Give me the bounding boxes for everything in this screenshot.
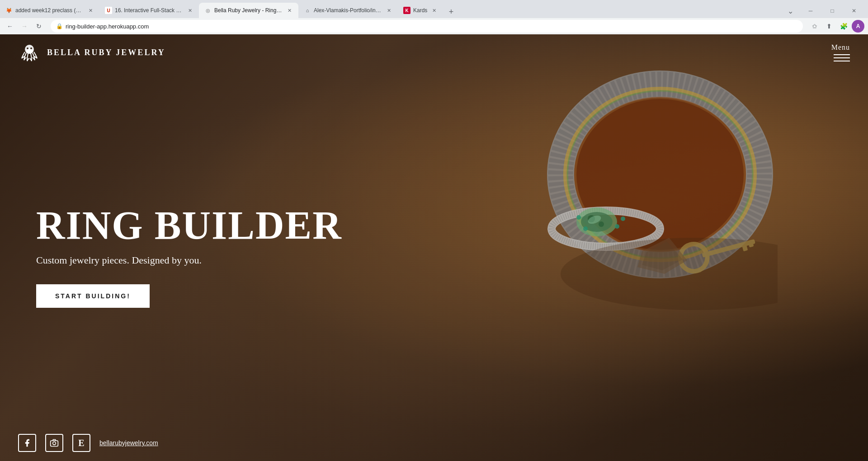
tab-5-close[interactable]: ✕ — [430, 7, 438, 14]
tab-1[interactable]: 🦊 added week12 preclass (6b364d... ✕ — [0, 3, 99, 18]
svg-point-26 — [27, 47, 28, 49]
menu-line-1 — [834, 54, 850, 55]
tab-4-favicon: ⌂ — [304, 7, 311, 14]
hamburger-icon — [834, 54, 850, 61]
tab-4-title: Alex-Vlamakis-Portfolio/index.ht... — [314, 7, 382, 14]
logo-icon — [18, 41, 41, 64]
tab-5[interactable]: K Kards ✕ — [398, 3, 443, 18]
logo-text: BELLA RUBY JEWELRY — [47, 48, 165, 57]
forward-button[interactable]: → — [18, 20, 31, 33]
tab-2-favicon: U — [105, 7, 112, 14]
screenshot-button[interactable]: ⬆ — [823, 20, 835, 33]
svg-point-14 — [583, 226, 588, 231]
tab-4[interactable]: ⌂ Alex-Vlamakis-Portfolio/index.ht... ✕ — [298, 3, 398, 18]
svg-point-11 — [599, 221, 604, 227]
site-footer: E bellarubyjewelry.com — [18, 434, 158, 452]
tab-3-title: Bella Ruby Jewelry - Ring Builder — [214, 7, 283, 14]
tab-3-close[interactable]: ✕ — [286, 7, 293, 14]
browser-chrome: 🦊 added week12 preclass (6b364d... ✕ U 1… — [0, 0, 868, 34]
new-tab-button[interactable]: + — [445, 5, 458, 18]
menu-button[interactable]: Menu — [831, 43, 850, 61]
back-button[interactable]: ← — [4, 20, 16, 33]
tab-2[interactable]: U 16. Interactive Full-Stack Project ✕ — [99, 3, 199, 18]
website-content: BELLA RUBY JEWELRY Menu RING BUILDER Cus… — [0, 34, 868, 461]
etsy-icon[interactable]: E — [72, 434, 90, 452]
lock-icon: 🔒 — [56, 23, 63, 29]
menu-line-3 — [834, 61, 850, 61]
tab-1-title: added week12 preclass (6b364d... — [15, 7, 84, 14]
url-text: ring-builder-app.herokuapp.com — [66, 23, 797, 30]
tab-3-favicon: ◎ — [204, 7, 212, 14]
menu-label: Menu — [831, 43, 850, 52]
svg-point-16 — [621, 216, 625, 221]
browser-actions: ✩ ⬆ 🧩 A — [808, 20, 864, 33]
tab-5-title: Kards — [413, 7, 428, 14]
bookmark-button[interactable]: ✩ — [808, 20, 821, 33]
address-bar[interactable]: 🔒 ring-builder-app.herokuapp.com — [51, 20, 803, 33]
reload-button[interactable]: ↻ — [33, 20, 45, 33]
profile-avatar[interactable]: A — [852, 20, 864, 33]
camera-icon[interactable] — [45, 434, 63, 452]
svg-point-15 — [615, 224, 619, 229]
svg-point-29 — [53, 442, 56, 445]
tab-bar: 🦊 added week12 preclass (6b364d... ✕ U 1… — [0, 0, 868, 18]
tab-2-close[interactable]: ✕ — [186, 7, 193, 14]
tab-1-close[interactable]: ✕ — [87, 7, 94, 14]
extensions-button[interactable]: 🧩 — [837, 20, 850, 33]
tab-4-close[interactable]: ✕ — [385, 7, 392, 14]
hero-subtitle: Custom jewelry pieces. Designed by you. — [36, 254, 342, 266]
tabs-dropdown-button[interactable]: ⌄ — [781, 4, 799, 18]
close-window-button[interactable]: ✕ — [844, 4, 864, 18]
maximize-button[interactable]: □ — [822, 4, 843, 18]
hero-title: RING BUILDER — [36, 206, 342, 245]
hero-content: RING BUILDER Custom jewelry pieces. Desi… — [36, 206, 342, 308]
ring-illustration — [416, 57, 778, 328]
minimize-button[interactable]: ─ — [800, 4, 821, 18]
address-bar-row: ← → ↻ 🔒 ring-builder-app.herokuapp.com ✩… — [0, 18, 868, 34]
svg-point-25 — [26, 48, 33, 54]
website-url[interactable]: bellarubyjewelry.com — [99, 439, 158, 447]
site-nav: BELLA RUBY JEWELRY Menu — [0, 34, 868, 71]
start-building-button[interactable]: START BUILDING! — [36, 284, 150, 308]
tab-3[interactable]: ◎ Bella Ruby Jewelry - Ring Builder ✕ — [199, 3, 298, 18]
window-controls: ⌄ ─ □ ✕ — [781, 4, 868, 18]
tab-1-favicon: 🦊 — [5, 7, 13, 14]
menu-line-2 — [834, 57, 850, 58]
site-logo[interactable]: BELLA RUBY JEWELRY — [18, 41, 165, 64]
svg-point-27 — [30, 47, 32, 49]
svg-point-13 — [576, 215, 581, 220]
tab-2-title: 16. Interactive Full-Stack Project — [115, 7, 184, 14]
tab-5-favicon: K — [403, 7, 410, 14]
facebook-icon[interactable] — [18, 434, 36, 452]
